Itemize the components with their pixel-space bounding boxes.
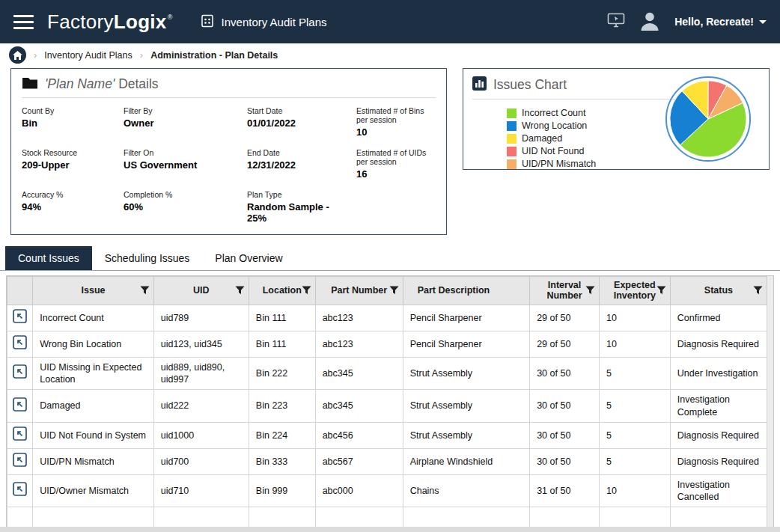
cell-location: Bin 333 [249,448,315,474]
horizontal-scrollbar-track[interactable] [0,527,780,532]
table-row[interactable]: Wrong Bin Location uid123, uid345 Bin 11… [7,331,767,357]
open-record-cell[interactable] [7,331,33,357]
cell-interval: 30 of 50 [530,448,600,474]
issues-pie-chart [664,75,752,166]
table-row[interactable]: UID Missing in Expected Location uid889,… [7,357,767,390]
info-panels: 'Plan Name' Details Count ByBin Filter B… [0,68,780,235]
menu-icon[interactable] [13,15,34,29]
home-icon [13,51,22,60]
open-record-icon [13,309,27,323]
filter-icon[interactable] [302,286,311,295]
legend-swatch [507,134,517,144]
field-filter-by: Filter ByOwner [124,106,241,138]
tab-scheduling-issues[interactable]: Scheduling Issues [92,246,203,270]
plan-fields-grid: Count ByBin Filter ByOwner Start Date01/… [22,106,436,224]
user-avatar-icon[interactable] [639,9,661,34]
cell-expected: 10 [599,474,670,507]
cell-expected: 5 [599,422,670,448]
cell-uid: uid700 [153,448,249,474]
table-row[interactable]: UID Not Found in System uid1000 Bin 224 … [7,422,767,448]
table-row[interactable]: Incorrect Count uid789 Bin 111 abc123 Pe… [7,305,767,331]
filter-icon[interactable] [235,286,245,295]
cell-interval: 30 of 50 [530,390,600,423]
filter-icon[interactable] [585,286,595,295]
brand-registered-mark: ® [168,14,173,21]
remote-monitor-icon[interactable] [607,13,625,31]
col-header-part-number[interactable]: Part Number [315,277,403,305]
cell-expected: 5 [599,357,670,390]
filter-icon[interactable] [753,286,763,295]
cell-status: Diagnosis Required [670,448,767,474]
field-count-by: Count ByBin [22,106,118,138]
col-header-status[interactable]: Status [670,277,767,305]
cell-uid: uid889, uid890, uid997 [153,357,249,390]
open-record-icon [13,364,27,379]
open-record-cell[interactable] [7,474,33,507]
app-title: Inventory Audit Plans [200,13,327,31]
filter-icon[interactable] [140,286,150,295]
cell-location: Bin 223 [249,390,315,423]
cell-location: Bin 224 [249,422,315,448]
user-menu[interactable]: Hello, Recreate! [674,16,767,28]
col-header-interval-number[interactable]: Interval Number [530,277,600,305]
legend-swatch [507,121,517,131]
app-title-label: Inventory Audit Plans [222,16,327,28]
cell-issue: UID Not Found in System [33,422,153,448]
tab-plan-overview[interactable]: Plan Overview [202,246,295,270]
plan-details-panel: 'Plan Name' Details Count ByBin Filter B… [10,68,447,235]
greeting-label: Hello, Recreate! [674,16,754,28]
cell-interval: 31 of 50 [530,474,600,507]
inventory-plan-icon [200,13,215,31]
tab-count-issues[interactable]: Count Issues [5,246,92,270]
filter-icon[interactable] [656,286,666,295]
col-header-part-description[interactable]: Part Description [403,277,530,305]
home-button[interactable] [9,46,26,64]
open-record-icon [13,397,27,412]
table-row[interactable]: Damaged uid222 Bin 223 abc345 Strut Asse… [7,390,767,423]
breadcrumb-separator: › [140,49,143,61]
breadcrumb-item-plans[interactable]: Inventory Audit Plans [44,50,132,61]
col-header-uid[interactable]: UID [153,277,249,305]
cell-expected: 10 [599,331,670,357]
open-record-cell[interactable] [7,422,33,448]
col-header-issue[interactable]: Issue [33,277,153,305]
field-accuracy: Accuracy %94% [22,190,118,224]
breadcrumb-separator: › [34,49,37,61]
cell-expected: 10 [599,305,670,331]
cell-status: Diagnosis Required [670,331,767,357]
brand-logix: Logix [114,12,167,31]
cell-location: Bin 111 [249,331,315,357]
legend-swatch [507,108,517,118]
cell-uid: uid123, uid345 [153,331,249,357]
table-row[interactable]: UID/Owner Mismatch uid710 Bin 999 abc000… [7,474,767,507]
open-record-cell[interactable] [7,448,33,474]
cell-part-description: Chains [403,474,530,507]
open-record-cell[interactable] [7,357,33,390]
cell-interval: 29 of 50 [530,331,600,357]
col-header-location[interactable]: Location [249,277,315,305]
open-record-cell[interactable] [7,390,33,423]
cell-status: Investigation Cancelled [670,474,767,507]
bar-chart-icon [472,76,487,94]
cell-part-number: abc345 [315,357,403,390]
cell-issue: Incorrect Count [33,305,153,331]
cell-part-description: Pencil Sharpener [403,331,530,357]
cell-part-number: abc345 [315,390,403,423]
cell-status: Investigation Complete [670,390,767,423]
cell-part-number: abc123 [315,331,403,357]
plan-details-title: 'Plan Name' Details [45,76,159,92]
cell-part-number: abc567 [315,448,403,474]
issues-chart-title: Issues Chart [493,77,567,93]
open-record-cell[interactable] [7,305,33,331]
table-row[interactable]: UID/PN Mismatch uid700 Bin 333 abc567 Ai… [7,448,767,474]
cell-issue: UID/PN Mismatch [33,448,153,474]
field-stock-resource: Stock Resource209-Upper [22,148,118,180]
field-estimated-bins: Estimated # of Bins per session10 [356,106,436,138]
col-header-expected-inventory[interactable]: Expected Inventory [599,277,670,305]
cell-interval: 30 of 50 [530,357,600,390]
issues-chart-panel: Issues Chart Incorrect Count Wrong Locat… [463,68,770,170]
filter-icon[interactable] [389,286,399,295]
legend-swatch [507,159,517,169]
cell-part-description: Pencil Sharpener [403,305,530,331]
brand-logo: FactoryLogix® [47,12,173,31]
